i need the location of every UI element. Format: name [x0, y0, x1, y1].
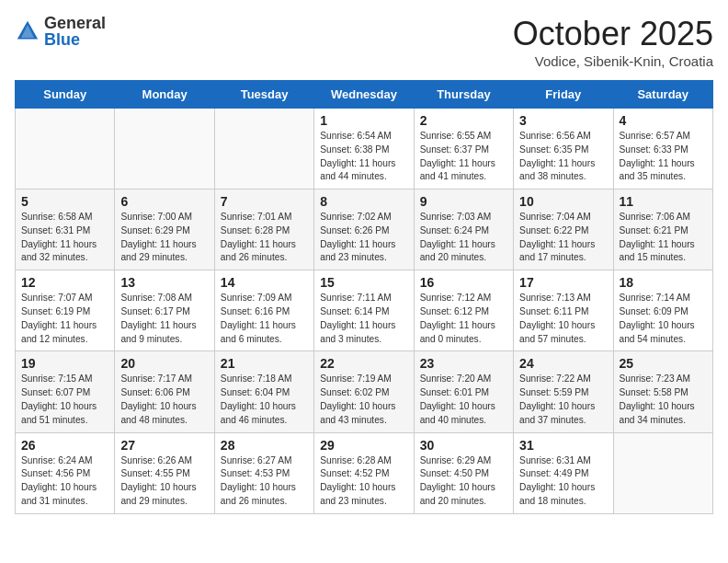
calendar-cell: 25Sunrise: 7:23 AM Sunset: 5:58 PM Dayli… — [613, 351, 712, 432]
calendar-cell: 23Sunrise: 7:20 AM Sunset: 6:01 PM Dayli… — [414, 351, 513, 432]
calendar-cell: 15Sunrise: 7:11 AM Sunset: 6:14 PM Dayli… — [314, 270, 414, 351]
cell-info: Sunrise: 6:54 AM Sunset: 6:38 PM Dayligh… — [320, 130, 407, 184]
calendar-cell: 6Sunrise: 7:00 AM Sunset: 6:29 PM Daylig… — [115, 190, 214, 270]
date-number: 28 — [221, 438, 308, 453]
date-number: 14 — [221, 275, 308, 290]
date-number: 2 — [420, 113, 507, 128]
calendar-cell: 22Sunrise: 7:19 AM Sunset: 6:02 PM Dayli… — [314, 351, 414, 432]
calendar-cell: 29Sunrise: 6:28 AM Sunset: 4:52 PM Dayli… — [314, 432, 414, 513]
date-number: 23 — [420, 356, 507, 371]
calendar-body: 1Sunrise: 6:54 AM Sunset: 6:38 PM Daylig… — [16, 109, 713, 514]
cell-info: Sunrise: 7:06 AM Sunset: 6:21 PM Dayligh… — [620, 211, 707, 265]
cell-info: Sunrise: 7:23 AM Sunset: 5:58 PM Dayligh… — [620, 373, 707, 427]
date-number: 13 — [120, 275, 208, 290]
cell-info: Sunrise: 7:08 AM Sunset: 6:17 PM Dayligh… — [120, 292, 208, 346]
weekday-header-row: SundayMondayTuesdayWednesdayThursdayFrid… — [16, 81, 713, 109]
date-number: 6 — [120, 194, 208, 209]
cell-info: Sunrise: 7:18 AM Sunset: 6:04 PM Dayligh… — [221, 373, 308, 427]
weekday-header-saturday: Saturday — [613, 81, 712, 109]
date-number: 4 — [620, 113, 707, 128]
date-number: 24 — [519, 356, 607, 371]
cell-info: Sunrise: 7:02 AM Sunset: 6:26 PM Dayligh… — [320, 211, 407, 265]
calendar-week-1: 1Sunrise: 6:54 AM Sunset: 6:38 PM Daylig… — [16, 109, 713, 190]
cell-info: Sunrise: 7:04 AM Sunset: 6:22 PM Dayligh… — [519, 211, 607, 265]
weekday-header-thursday: Thursday — [414, 81, 513, 109]
calendar-cell: 10Sunrise: 7:04 AM Sunset: 6:22 PM Dayli… — [514, 190, 613, 270]
calendar-cell: 27Sunrise: 6:26 AM Sunset: 4:55 PM Dayli… — [115, 432, 214, 513]
cell-info: Sunrise: 6:56 AM Sunset: 6:35 PM Dayligh… — [519, 130, 607, 184]
date-number: 31 — [519, 438, 607, 453]
calendar-cell: 16Sunrise: 7:12 AM Sunset: 6:12 PM Dayli… — [414, 270, 513, 351]
logo-general-text: General — [44, 15, 106, 31]
cell-info: Sunrise: 6:28 AM Sunset: 4:52 PM Dayligh… — [320, 454, 407, 509]
cell-info: Sunrise: 6:29 AM Sunset: 4:50 PM Dayligh… — [420, 454, 507, 509]
date-number: 27 — [120, 438, 208, 453]
cell-info: Sunrise: 7:01 AM Sunset: 6:28 PM Dayligh… — [221, 211, 308, 265]
cell-info: Sunrise: 7:22 AM Sunset: 5:59 PM Dayligh… — [519, 373, 607, 427]
logo-icon — [15, 18, 40, 44]
cell-info: Sunrise: 7:03 AM Sunset: 6:24 PM Dayligh… — [420, 211, 507, 265]
cell-info: Sunrise: 6:55 AM Sunset: 6:37 PM Dayligh… — [420, 130, 507, 184]
date-number: 17 — [519, 275, 607, 290]
cell-info: Sunrise: 6:26 AM Sunset: 4:55 PM Dayligh… — [120, 454, 208, 509]
calendar-cell: 9Sunrise: 7:03 AM Sunset: 6:24 PM Daylig… — [414, 190, 513, 270]
date-number: 25 — [620, 356, 707, 371]
date-number: 18 — [620, 275, 707, 290]
date-number: 26 — [21, 438, 108, 453]
calendar-cell: 28Sunrise: 6:27 AM Sunset: 4:53 PM Dayli… — [214, 432, 313, 513]
cell-info: Sunrise: 7:07 AM Sunset: 6:19 PM Dayligh… — [21, 292, 108, 346]
date-number: 12 — [21, 275, 108, 290]
calendar-cell: 1Sunrise: 6:54 AM Sunset: 6:38 PM Daylig… — [314, 109, 414, 190]
date-number: 7 — [221, 194, 308, 209]
date-number: 19 — [21, 356, 108, 371]
calendar-cell — [214, 109, 313, 190]
cell-info: Sunrise: 7:12 AM Sunset: 6:12 PM Dayligh… — [420, 292, 507, 346]
cell-info: Sunrise: 7:20 AM Sunset: 6:01 PM Dayligh… — [420, 373, 507, 427]
calendar-table: SundayMondayTuesdayWednesdayThursdayFrid… — [15, 80, 713, 514]
date-number: 15 — [320, 275, 407, 290]
cell-info: Sunrise: 7:00 AM Sunset: 6:29 PM Dayligh… — [120, 211, 208, 265]
cell-info: Sunrise: 7:09 AM Sunset: 6:16 PM Dayligh… — [221, 292, 308, 346]
calendar-cell: 12Sunrise: 7:07 AM Sunset: 6:19 PM Dayli… — [16, 270, 115, 351]
calendar-cell: 20Sunrise: 7:17 AM Sunset: 6:06 PM Dayli… — [115, 351, 214, 432]
calendar-cell: 21Sunrise: 7:18 AM Sunset: 6:04 PM Dayli… — [214, 351, 313, 432]
calendar-cell: 30Sunrise: 6:29 AM Sunset: 4:50 PM Dayli… — [414, 432, 513, 513]
weekday-header-sunday: Sunday — [16, 81, 115, 109]
cell-info: Sunrise: 7:17 AM Sunset: 6:06 PM Dayligh… — [120, 373, 208, 427]
page-header: General Blue October 2025 Vodice, Sibeni… — [15, 15, 713, 69]
calendar-cell: 31Sunrise: 6:31 AM Sunset: 4:49 PM Dayli… — [514, 432, 613, 513]
logo: General Blue — [15, 15, 106, 48]
calendar-cell: 7Sunrise: 7:01 AM Sunset: 6:28 PM Daylig… — [214, 190, 313, 270]
logo-blue-text: Blue — [44, 31, 106, 48]
calendar-week-5: 26Sunrise: 6:24 AM Sunset: 4:56 PM Dayli… — [16, 432, 713, 513]
calendar-cell: 3Sunrise: 6:56 AM Sunset: 6:35 PM Daylig… — [514, 109, 613, 190]
calendar-cell: 13Sunrise: 7:08 AM Sunset: 6:17 PM Dayli… — [115, 270, 214, 351]
calendar-cell: 18Sunrise: 7:14 AM Sunset: 6:09 PM Dayli… — [613, 270, 712, 351]
date-number: 21 — [221, 356, 308, 371]
calendar-cell: 11Sunrise: 7:06 AM Sunset: 6:21 PM Dayli… — [613, 190, 712, 270]
title-block: October 2025 Vodice, Sibenik-Knin, Croat… — [513, 15, 713, 69]
calendar-week-3: 12Sunrise: 7:07 AM Sunset: 6:19 PM Dayli… — [16, 270, 713, 351]
cell-info: Sunrise: 7:13 AM Sunset: 6:11 PM Dayligh… — [519, 292, 607, 346]
calendar-week-4: 19Sunrise: 7:15 AM Sunset: 6:07 PM Dayli… — [16, 351, 713, 432]
date-number: 3 — [519, 113, 607, 128]
calendar-cell: 26Sunrise: 6:24 AM Sunset: 4:56 PM Dayli… — [16, 432, 115, 513]
calendar-cell — [16, 109, 115, 190]
date-number: 30 — [420, 438, 507, 453]
cell-info: Sunrise: 7:19 AM Sunset: 6:02 PM Dayligh… — [320, 373, 407, 427]
calendar-cell — [613, 432, 712, 513]
weekday-header-monday: Monday — [115, 81, 214, 109]
calendar-cell: 4Sunrise: 6:57 AM Sunset: 6:33 PM Daylig… — [613, 109, 712, 190]
date-number: 11 — [620, 194, 707, 209]
calendar-cell: 17Sunrise: 7:13 AM Sunset: 6:11 PM Dayli… — [514, 270, 613, 351]
calendar-cell: 24Sunrise: 7:22 AM Sunset: 5:59 PM Dayli… — [514, 351, 613, 432]
date-number: 9 — [420, 194, 507, 209]
date-number: 20 — [120, 356, 208, 371]
cell-info: Sunrise: 6:58 AM Sunset: 6:31 PM Dayligh… — [21, 211, 108, 265]
weekday-header-wednesday: Wednesday — [314, 81, 414, 109]
month-title: October 2025 — [513, 15, 713, 53]
cell-info: Sunrise: 7:14 AM Sunset: 6:09 PM Dayligh… — [620, 292, 707, 346]
cell-info: Sunrise: 7:11 AM Sunset: 6:14 PM Dayligh… — [320, 292, 407, 346]
cell-info: Sunrise: 6:27 AM Sunset: 4:53 PM Dayligh… — [221, 454, 308, 509]
date-number: 1 — [320, 113, 407, 128]
